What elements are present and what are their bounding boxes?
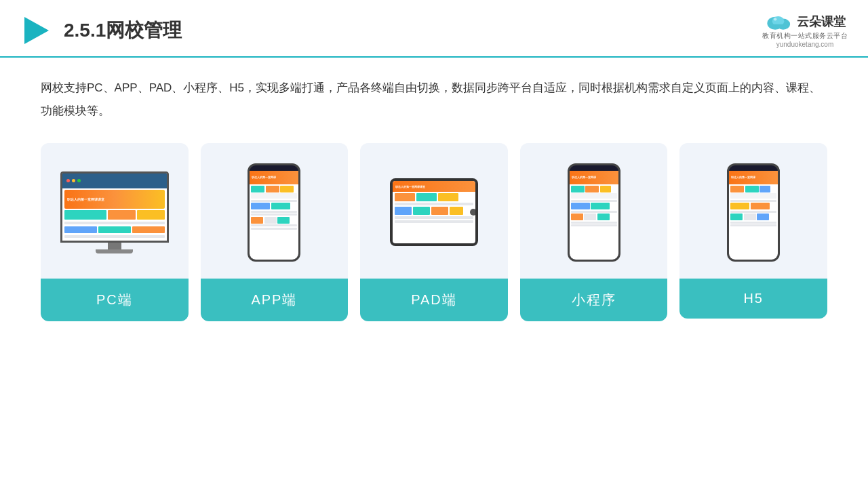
h5-3 — [760, 186, 770, 192]
phone-top-text-miniapp: 职达人的第一堂网课 — [572, 176, 596, 179]
device-card-pc: 职达人的第一堂网课课堂 — [41, 143, 189, 321]
h5-6 — [730, 214, 743, 220]
mini-6 — [571, 214, 583, 220]
h5-4 — [730, 203, 749, 209]
mini-3 — [600, 186, 611, 192]
phone-top-text-app: 职达人的第一堂网课 — [252, 176, 276, 179]
h5-line-2 — [730, 211, 776, 213]
phone-notch-h5 — [744, 165, 763, 171]
dot-red — [66, 179, 70, 182]
monitor-screen: 职达人的第一堂网课课堂 — [60, 171, 169, 243]
pcb-8 — [277, 217, 290, 224]
mini-1 — [571, 186, 585, 192]
phone-top-bar-app: 职达人的第一堂网课 — [250, 171, 298, 184]
tc-line-2 — [395, 216, 473, 219]
mc-row-1 — [64, 210, 165, 220]
svg-marker-0 — [24, 17, 49, 44]
tc-7 — [450, 207, 463, 215]
main-content: 网校支持PC、APP、PAD、小程序、H5，实现多端打通，产品各终端自由切换，数… — [0, 58, 868, 335]
h5-line-1 — [730, 200, 776, 202]
monitor-content: 职达人的第一堂网课课堂 — [62, 188, 167, 241]
header: 2.5.1网校管理 云朵课堂 教育机构一站式服务云平台 yunduoketang… — [0, 0, 868, 58]
device-image-pad: 职达人的第一堂网课课堂 — [360, 143, 508, 279]
phone-top-bar-miniapp: 职达人的第一堂网课 — [570, 171, 618, 184]
phone-notch-miniapp — [585, 165, 604, 171]
h5-line-3 — [730, 222, 776, 224]
device-card-pad: 职达人的第一堂网课课堂 — [360, 143, 508, 321]
phone-screen-miniapp: 职达人的第一堂网课 — [570, 171, 618, 260]
device-label-pc: PC端 — [41, 279, 189, 321]
tc-3 — [438, 193, 458, 201]
mini-row-1 — [571, 186, 617, 192]
tablet-home-button — [470, 209, 477, 216]
device-card-app: 职达人的第一堂网课 — [201, 143, 349, 321]
pcb-2 — [266, 186, 279, 192]
phone-app: 职达人的第一堂网课 — [248, 163, 300, 262]
play-icon — [20, 14, 53, 47]
h5-line-4 — [730, 224, 776, 226]
logo-tagline: 教育机构一站式服务云平台 — [762, 31, 848, 41]
phone-body-miniapp: 职达人的第一堂网课 — [568, 163, 620, 262]
pcb-row-2 — [251, 203, 297, 209]
svg-rect-4 — [769, 24, 788, 28]
monitor-stand-base — [96, 249, 133, 253]
mini-line-1 — [571, 200, 617, 202]
page-title: 2.5.1网校管理 — [64, 18, 182, 43]
mini-4 — [571, 203, 590, 209]
phone-body-app: 职达人的第一堂网课 — [248, 163, 300, 262]
tc-1 — [395, 193, 415, 201]
pcb-1 — [251, 186, 264, 192]
phone-screen-app: 职达人的第一堂网课 — [250, 171, 298, 260]
tc-6 — [431, 207, 448, 215]
pcb-row-3 — [251, 217, 297, 224]
dot-green — [77, 179, 81, 182]
tablet-wrapper: 职达人的第一堂网课课堂 — [390, 178, 478, 246]
mini-8 — [597, 214, 610, 220]
h5-5 — [751, 203, 770, 209]
mc-banner: 职达人的第一堂网课课堂 — [64, 190, 165, 209]
mc-block-1 — [64, 210, 106, 220]
device-label-miniapp: 小程序 — [520, 279, 668, 321]
device-label-h5: H5 — [679, 279, 827, 319]
mini-line-2 — [571, 211, 617, 213]
mini-row-3 — [571, 214, 617, 220]
pcb-6 — [251, 217, 263, 224]
devices-row: 职达人的第一堂网课课堂 — [41, 143, 827, 321]
h5-2 — [745, 186, 759, 192]
pcb-7 — [264, 217, 277, 224]
mini-line-4 — [571, 224, 617, 226]
cloud-icon — [764, 12, 794, 31]
dot-yellow — [72, 179, 75, 182]
mini-row-2 — [571, 203, 617, 209]
h5-1 — [730, 186, 744, 192]
tc-line-1 — [395, 203, 473, 205]
device-label-pad: PAD端 — [360, 279, 508, 321]
description-text: 网校支持PC、APP、PAD、小程序、H5，实现多端打通，产品各终端自由切换，数… — [41, 77, 827, 123]
phone-miniapp: 职达人的第一堂网课 — [568, 163, 620, 262]
header-left: 2.5.1网校管理 — [20, 14, 182, 47]
mc-row-2 — [64, 226, 165, 233]
mini-2 — [585, 186, 599, 192]
phone-content-miniapp — [570, 184, 618, 228]
tc-5 — [413, 207, 430, 215]
phone-screen-h5: 职达人的第一堂网课 — [729, 171, 778, 260]
phone-body-h5: 职达人的第一堂网课 — [727, 163, 780, 262]
pcb-4 — [251, 203, 270, 209]
tc-2 — [416, 193, 437, 201]
phone-content-h5 — [729, 184, 778, 228]
svg-point-5 — [774, 18, 776, 20]
monitor-topbar — [62, 174, 167, 188]
tablet-top-text: 职达人的第一堂网课课堂 — [395, 185, 425, 188]
h5-7 — [744, 214, 756, 220]
logo-area: 云朵课堂 教育机构一站式服务云平台 yunduoketang.com — [762, 12, 848, 48]
mc-block-4 — [64, 226, 97, 233]
monitor-screen-inner: 职达人的第一堂网课课堂 — [62, 174, 167, 241]
h5-row-3 — [730, 214, 776, 220]
h5-8 — [757, 214, 769, 220]
mc-block-3 — [137, 210, 165, 220]
mc-line-1 — [64, 222, 165, 224]
mc-block-2 — [108, 210, 136, 220]
pcb-line-1 — [251, 200, 297, 202]
device-image-app: 职达人的第一堂网课 — [201, 143, 349, 279]
h5-full-1 — [730, 193, 776, 199]
